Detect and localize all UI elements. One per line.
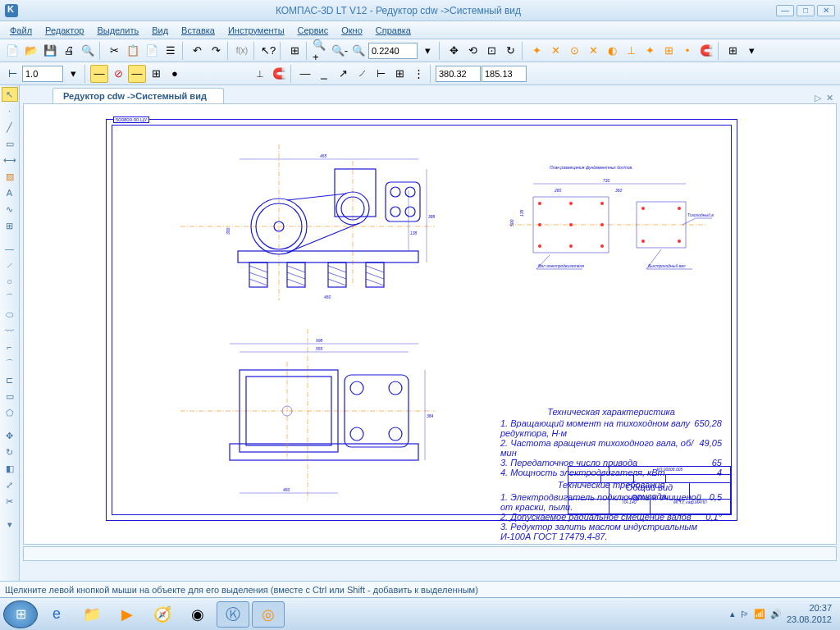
menu-select[interactable]: Выделить bbox=[90, 24, 145, 37]
point-tool-icon[interactable]: · bbox=[2, 103, 18, 118]
nav-down-icon[interactable]: ▾ bbox=[2, 517, 18, 532]
maximize-button[interactable]: □ bbox=[797, 5, 815, 16]
menu-file[interactable]: Файл bbox=[3, 24, 39, 37]
save-icon[interactable]: 💾 bbox=[41, 42, 59, 60]
scroll-bar[interactable] bbox=[23, 546, 837, 561]
chrome-icon[interactable]: ◉ bbox=[181, 601, 214, 628]
refresh-icon[interactable]: ↻ bbox=[501, 42, 519, 60]
fx-icon[interactable]: f(x) bbox=[233, 42, 251, 60]
preview-icon[interactable]: 🔍 bbox=[79, 42, 97, 60]
style1-icon[interactable]: — bbox=[90, 65, 108, 83]
tab-close-icon[interactable]: ✕ bbox=[826, 93, 833, 103]
snap-mid-icon[interactable]: ✕ bbox=[546, 42, 564, 60]
undo-icon[interactable]: ↶ bbox=[188, 42, 206, 60]
snap-intersect-icon[interactable]: ✕ bbox=[584, 42, 602, 60]
snap-tangent-icon[interactable]: ◐ bbox=[603, 42, 621, 60]
menu-editor[interactable]: Редактор bbox=[39, 24, 90, 37]
minimize-button[interactable]: — bbox=[776, 5, 794, 16]
doc-tab[interactable]: Редуктор cdw ->Системный вид bbox=[52, 88, 224, 103]
linetype-icon[interactable]: ⊢ bbox=[3, 65, 21, 83]
safari-icon[interactable]: 🧭 bbox=[146, 601, 179, 628]
redo-icon[interactable]: ↷ bbox=[207, 42, 225, 60]
spline-tool-icon[interactable]: ∿ bbox=[2, 202, 18, 217]
line3-icon[interactable]: ↗ bbox=[334, 65, 352, 83]
scale-input[interactable] bbox=[22, 66, 63, 82]
tray-arrow-icon[interactable]: ▴ bbox=[730, 609, 735, 619]
magnet2-icon[interactable]: 🧲 bbox=[270, 65, 288, 83]
zoom-window-icon[interactable]: ⊞ bbox=[285, 42, 304, 60]
paste-icon[interactable]: 📄 bbox=[143, 42, 161, 60]
drawing-canvas[interactable]: 500800.00.ЦУ bbox=[23, 103, 837, 545]
start-button[interactable]: ⊞ bbox=[3, 600, 38, 628]
zoom-in-icon[interactable]: 🔍+ bbox=[312, 42, 330, 60]
style4-icon[interactable]: ⊞ bbox=[147, 65, 165, 83]
layers-icon[interactable]: ⊞ bbox=[724, 42, 742, 60]
circle-tool-icon[interactable]: ○ bbox=[2, 274, 18, 289]
menu-view[interactable]: Вид bbox=[145, 24, 175, 37]
app2-task-icon[interactable]: ◎ bbox=[252, 601, 285, 628]
zoom-out-icon[interactable]: 🔍- bbox=[331, 42, 349, 60]
snap-center-icon[interactable]: ⊙ bbox=[565, 42, 583, 60]
tray-network-icon[interactable]: 📶 bbox=[754, 609, 765, 619]
mirror-tool-icon[interactable]: ◧ bbox=[2, 461, 18, 476]
select-tool-icon[interactable]: ↖ bbox=[2, 87, 18, 102]
properties-icon[interactable]: ☰ bbox=[162, 42, 180, 60]
rect-tool-icon[interactable]: ▭ bbox=[2, 136, 18, 151]
polygon-tool-icon[interactable]: ⬠ bbox=[2, 405, 18, 420]
media-icon[interactable]: ▶ bbox=[111, 601, 144, 628]
clock[interactable]: 20:37 23.08.2012 bbox=[787, 603, 832, 624]
trim-tool-icon[interactable]: ✂ bbox=[2, 494, 18, 509]
dim-tool-icon[interactable]: ⟷ bbox=[2, 153, 18, 167]
cut-icon[interactable]: ✂ bbox=[105, 42, 123, 60]
snap-point-icon[interactable]: • bbox=[678, 42, 696, 60]
fillet-tool-icon[interactable]: ⌒ bbox=[2, 356, 18, 371]
menu-help[interactable]: Справка bbox=[369, 24, 418, 37]
zoom-input[interactable] bbox=[368, 43, 418, 59]
snap-grid-icon[interactable]: ⊞ bbox=[660, 42, 678, 60]
line4-icon[interactable]: ⟋ bbox=[353, 65, 371, 83]
help-cursor-icon[interactable]: ↖? bbox=[259, 42, 277, 60]
print-icon[interactable]: 🖨 bbox=[60, 42, 78, 60]
polyline-tool-icon[interactable]: ⟋ bbox=[2, 258, 18, 272]
coord-x-input[interactable] bbox=[436, 66, 481, 82]
text-tool-icon[interactable]: A bbox=[2, 185, 18, 200]
table-tool-icon[interactable]: ⊞ bbox=[2, 218, 18, 233]
ortho-icon[interactable]: ⟂ bbox=[251, 65, 269, 83]
tray-flag-icon[interactable]: 🏳 bbox=[740, 609, 749, 619]
magnet-icon[interactable]: 🧲 bbox=[697, 42, 715, 60]
style3-icon[interactable]: — bbox=[128, 65, 146, 83]
menu-tools[interactable]: Инструменты bbox=[221, 24, 291, 37]
tab-nav-icon[interactable]: ▷ bbox=[815, 93, 821, 103]
rect2-tool-icon[interactable]: ▭ bbox=[2, 389, 18, 404]
ie-icon[interactable]: e bbox=[40, 601, 73, 628]
menu-window[interactable]: Окно bbox=[335, 24, 369, 37]
snap-near-icon[interactable]: ✦ bbox=[641, 42, 659, 60]
offset-tool-icon[interactable]: ⊏ bbox=[2, 372, 18, 387]
scale2-tool-icon[interactable]: ⤢ bbox=[2, 477, 18, 492]
menu-service[interactable]: Сервис bbox=[291, 24, 336, 37]
chamfer-tool-icon[interactable]: ⌐ bbox=[2, 340, 18, 354]
ellipse-tool-icon[interactable]: ⬭ bbox=[2, 307, 18, 322]
new-icon[interactable]: 📄 bbox=[3, 42, 21, 60]
style2-icon[interactable]: ⊘ bbox=[109, 65, 127, 83]
line1-icon[interactable]: — bbox=[296, 65, 314, 83]
line5-icon[interactable]: ⊢ bbox=[372, 65, 390, 83]
menu-insert[interactable]: Вставка bbox=[175, 24, 221, 37]
pan-icon[interactable]: ✥ bbox=[445, 42, 463, 60]
line7-icon[interactable]: ⋮ bbox=[409, 65, 427, 83]
tray-volume-icon[interactable]: 🔊 bbox=[770, 609, 782, 619]
close-button[interactable]: ✕ bbox=[817, 5, 835, 16]
zoom-all-icon[interactable]: ⊡ bbox=[482, 42, 500, 60]
dropdown2-icon[interactable]: ▾ bbox=[742, 42, 760, 60]
snap-end-icon[interactable]: ✦ bbox=[527, 42, 546, 60]
line2-icon[interactable]: ⎯ bbox=[315, 65, 333, 83]
style5-icon[interactable]: ● bbox=[166, 65, 184, 83]
coord-y-input[interactable] bbox=[482, 66, 527, 82]
snap-perp-icon[interactable]: ⊥ bbox=[622, 42, 640, 60]
zoom-scale-icon[interactable]: 🔍 bbox=[349, 42, 368, 60]
copy-icon[interactable]: 📋 bbox=[124, 42, 142, 60]
line6-icon[interactable]: ⊞ bbox=[390, 65, 409, 83]
dropdown-icon[interactable]: ▾ bbox=[418, 42, 436, 60]
scale-dropdown-icon[interactable]: ▾ bbox=[64, 65, 82, 83]
explorer-icon[interactable]: 📁 bbox=[75, 601, 108, 628]
